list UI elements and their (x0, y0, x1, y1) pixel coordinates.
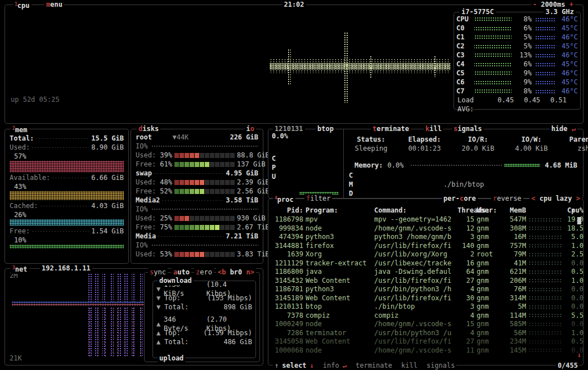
interface-prev-button[interactable]: <b (218, 268, 226, 276)
process-row[interactable]: 3145432 Web Content /usr/lib/firefox/fi … (268, 276, 583, 285)
disk-name-row: root▼44K226 GiB (136, 133, 258, 142)
process-row[interactable]: 474394 python3 python3 /home/gnm/b 3 gnm… (268, 232, 583, 241)
process-mem: 76M (500, 285, 526, 294)
process-user: gnm (477, 328, 498, 337)
process-cpu-graph (528, 243, 562, 247)
select-down-icon[interactable]: ↓ (310, 361, 314, 370)
refresh-minus-button[interactable]: - (533, 1, 537, 8)
process-row[interactable]: 1186798 mpv mpv --geometry=1462 15 gnm 5… (268, 215, 583, 224)
disk-free-label: Free: (136, 160, 156, 169)
col-header-command[interactable]: Command: (374, 206, 455, 215)
sort-prev-icon[interactable]: < (531, 195, 535, 202)
kill-button[interactable]: kill (424, 124, 443, 133)
core-temp-graph (535, 71, 555, 75)
sort-next-icon[interactable]: > (576, 195, 580, 202)
process-threads: 140 (457, 241, 474, 250)
col-header-program[interactable]: Program: (306, 206, 372, 215)
scroll-down-icon[interactable]: ↓ (577, 350, 581, 359)
process-row[interactable]: 999834 node /home/gnm/.vscode-s 12 gnm 3… (268, 224, 583, 233)
process-row[interactable]: 1211129 tracker-extract /usr/libexec/tra… (268, 259, 583, 268)
core-temp-graph (535, 80, 555, 84)
process-row[interactable]: 1186781 python3 /usr/bin/python3 /h 4 gn… (268, 285, 583, 294)
menu-button[interactable]: menu (44, 0, 64, 9)
sort-selector[interactable]: < cpu lazy > (529, 194, 582, 203)
process-pid: 1186800 (271, 267, 303, 276)
cmd-vertical-label: D (349, 189, 353, 198)
process-command: /usr/bin/python3 /u (374, 328, 455, 337)
col-header-user[interactable]: User: (477, 206, 498, 215)
mem-total-label: Total: (10, 134, 34, 143)
process-scrollbar[interactable] (577, 217, 581, 224)
process-command: /usr/libexec/tracke (374, 259, 455, 268)
interface-next-button[interactable]: n> (246, 268, 254, 276)
net-download-graph (88, 273, 147, 301)
process-row[interactable]: 3145189 Web Content /usr/lib/firefox/fi … (268, 294, 583, 303)
zero-button[interactable]: zero (194, 268, 214, 277)
info-enter-icon[interactable]: ↵ (343, 361, 347, 370)
core-usage-percent: 9% (514, 69, 532, 78)
process-program: terminator (306, 328, 372, 337)
io-mode-button[interactable]: io (245, 124, 256, 133)
process-program: compiz (306, 311, 372, 320)
process-cpu-percent: 18.5 (564, 224, 583, 233)
process-row[interactable]: 3144881 firefox /usr/lib/firefox/fi 140 … (268, 241, 583, 250)
detail-values: Sleeping00:01:2320.0 KiB4.00 KiBzsh (344, 144, 583, 153)
leader-line (154, 173, 223, 174)
mem-total-row: Total: 15.5 GiB (10, 134, 124, 143)
mem-box-title[interactable]: 2mem (11, 124, 29, 134)
process-row[interactable]: 1000249 node /home/gnm/.vscode-s 15 gnm … (268, 319, 583, 328)
per-core-button[interactable]: per-core (442, 194, 478, 203)
col-header-mem[interactable]: MemB (500, 206, 526, 215)
process-user: gnm (477, 241, 498, 250)
process-row[interactable]: 1186800 java java -Dswing.defaul 64 gnm … (268, 267, 583, 276)
col-header-pid[interactable]: Pid: (271, 206, 303, 215)
info-button[interactable]: info (323, 361, 339, 370)
process-row[interactable]: 1000068 node /home/gnm/.vscode-s 11 gnm … (268, 346, 583, 355)
load-average-15m: 0.51 (550, 96, 567, 114)
cpu-core-row: C4 6% 45°C (456, 60, 578, 69)
net-box-title[interactable]: 3net (11, 264, 29, 274)
process-row[interactable]: 7286 terminator /usr/bin/python3 /u 4 gn… (268, 328, 583, 337)
cpu-box-title[interactable]: 1cpu (13, 0, 32, 10)
mem-entry-percent: 10% (10, 236, 124, 245)
process-row[interactable]: 1210131 btop ./bin/btop 3 gnm 5M 0.0 (268, 302, 583, 311)
process-threads: 3 (457, 302, 474, 311)
sort-mode: cpu lazy (540, 195, 572, 202)
footer-signals-button[interactable]: signals (427, 361, 455, 370)
sync-button[interactable]: sync (148, 268, 168, 277)
footer-kill-button[interactable]: kill (401, 361, 418, 370)
process-row[interactable]: 3145058 Web Content /usr/lib/firefox/fi … (268, 337, 583, 346)
core-usage-graph (474, 89, 511, 93)
process-pid: 3145432 (271, 276, 303, 285)
mem-total-value: 15.5 GiB (91, 134, 124, 143)
mem-entry-percent: 57% (10, 152, 124, 161)
process-cpu-percent: 0.0 (564, 259, 583, 268)
disk-used-value: 930 GiB (237, 214, 266, 223)
mem-entry-row: Used: 8.90 GiB (10, 143, 124, 152)
core-temp-graph (535, 44, 555, 48)
footer-terminate-button[interactable]: terminate (356, 361, 392, 370)
terminate-button[interactable]: terminate (371, 124, 411, 133)
select-button[interactable]: select (282, 361, 306, 370)
disk-free-value: 2.56 GiB (237, 187, 270, 196)
process-user: gnm (477, 215, 498, 224)
mem-entry-row: Available: 6.66 GiB (10, 173, 124, 182)
hide-button[interactable]: hide ↵ (550, 124, 577, 133)
select-up-icon[interactable]: ↑ (275, 361, 279, 370)
process-threads: 30 (457, 294, 474, 303)
signals-button[interactable]: signals (452, 124, 484, 133)
cpu-graph-spike (370, 56, 372, 78)
col-header-threads[interactable]: Threads: (457, 206, 474, 215)
process-row[interactable]: 1639 Xorg /usr/lib/xorg/Xorg 2 root 79M … (268, 250, 583, 259)
proc-footer: ↑ select ↓ info ↵ terminate kill signals (273, 361, 456, 370)
process-cpu-graph (528, 261, 562, 265)
proc-box-title[interactable]: 4proc (273, 194, 295, 204)
interface-switcher[interactable]: <b br0 n> (216, 268, 256, 277)
process-mem: 234M (500, 337, 526, 346)
filter-button[interactable]: filter (304, 194, 332, 203)
reverse-button[interactable]: reverse (491, 194, 523, 203)
detail-value: 00:01:23 (398, 144, 451, 153)
process-row[interactable]: 7378 compiz compiz 4 gnm 114M 5.5 (268, 311, 583, 320)
auto-button[interactable]: auto (172, 268, 191, 277)
disk-meter (174, 225, 235, 230)
